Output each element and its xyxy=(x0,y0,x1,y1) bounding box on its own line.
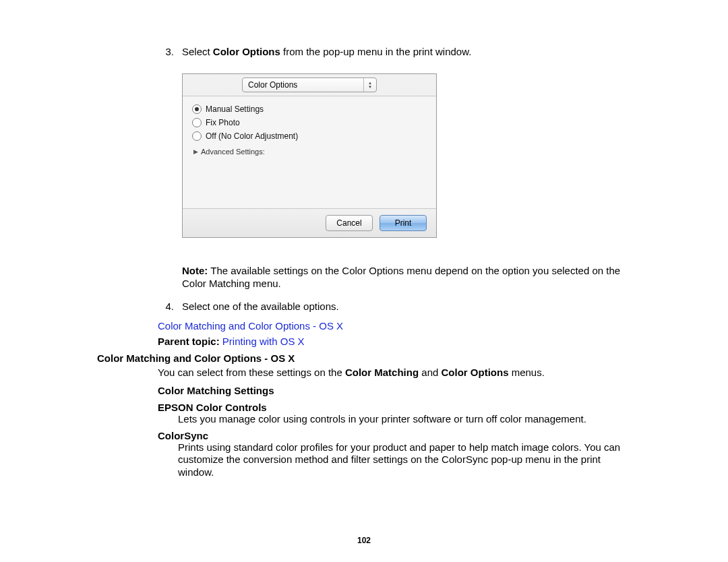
cm-settings-heading: Color Matching Settings xyxy=(158,385,631,396)
step-3: 3. Select Color Options from the pop-up … xyxy=(97,46,631,59)
radio-label: Manual Settings xyxy=(206,104,264,114)
radio-icon xyxy=(192,104,202,114)
radio-label: Off (No Color Adjustment) xyxy=(206,131,298,141)
color-options-dropdown[interactable]: Color Options ▲▼ xyxy=(242,77,377,92)
step-3-number: 3. xyxy=(158,46,174,59)
section-heading: Color Matching and Color Options - OS X xyxy=(97,352,631,364)
epson-color-controls-desc: Lets you manage color using controls in … xyxy=(178,413,636,426)
radio-fix-photo[interactable]: Fix Photo xyxy=(192,117,427,129)
chevron-updown-icon: ▲▼ xyxy=(363,78,376,92)
epson-color-controls-term: EPSON Color Controls xyxy=(158,402,631,413)
cancel-button[interactable]: Cancel xyxy=(326,215,373,231)
advanced-settings-label: Advanced Settings: xyxy=(201,148,265,156)
step-3-bold: Color Options xyxy=(213,46,280,57)
radio-icon xyxy=(192,118,202,127)
step-4: 4. Select one of the available options. xyxy=(97,301,631,313)
parent-topic-link[interactable]: Printing with OS X xyxy=(222,336,305,347)
note-text: The available settings on the Color Opti… xyxy=(182,265,620,289)
screenshot-panel: Color Options ▲▼ Manual Settings Fix Pho… xyxy=(182,73,631,238)
triangle-right-icon: ▶ xyxy=(193,148,198,155)
colorsync-term: ColorSync xyxy=(158,430,631,441)
color-matching-settings-block: Color Matching Settings xyxy=(158,385,631,396)
note-block: Note: The available settings on the Colo… xyxy=(182,265,627,290)
radio-off-no-color-adjustment[interactable]: Off (No Color Adjustment) xyxy=(192,130,427,142)
sub-topic-link[interactable]: Color Matching and Color Options - OS X xyxy=(158,320,343,332)
dropdown-label: Color Options xyxy=(248,80,297,90)
page-number: 102 xyxy=(0,536,728,545)
radio-icon xyxy=(192,131,202,141)
advanced-settings-disclosure[interactable]: ▶ Advanced Settings: xyxy=(193,148,427,156)
colorsync-desc: Prints using standard color profiles for… xyxy=(178,441,636,479)
note-label: Note: xyxy=(182,265,208,276)
section-intro: You can select from these settings on th… xyxy=(158,367,630,379)
print-button[interactable]: Print xyxy=(380,215,427,231)
step-3-text-pre: Select xyxy=(182,46,213,57)
radio-label: Fix Photo xyxy=(206,118,240,127)
step-3-text-post: from the pop-up menu in the print window… xyxy=(280,46,472,57)
step-4-number: 4. xyxy=(158,301,174,313)
step-4-text: Select one of the available options. xyxy=(182,301,339,312)
parent-topic-label: Parent topic: xyxy=(158,336,222,347)
radio-manual-settings[interactable]: Manual Settings xyxy=(192,103,427,115)
